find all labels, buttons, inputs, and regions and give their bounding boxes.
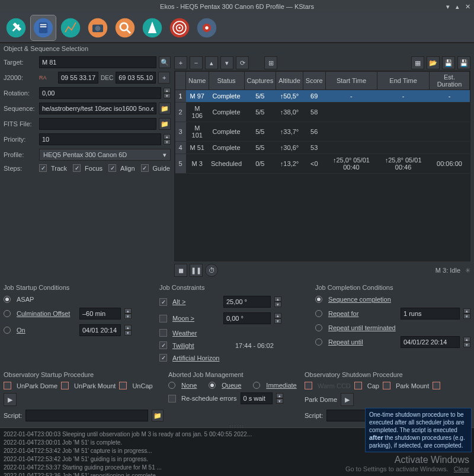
on-radio[interactable]	[4, 327, 11, 334]
save-button[interactable]: 💾	[442, 56, 455, 69]
abort-none-radio[interactable]	[168, 382, 175, 389]
repeat-until-radio[interactable]	[315, 338, 322, 346]
align-checkbox[interactable]	[108, 164, 116, 172]
repeat-terminated-radio[interactable]	[315, 324, 322, 331]
repeat-for-input[interactable]	[401, 308, 460, 320]
svg-rect-4	[40, 26, 47, 27]
weather-checkbox[interactable]	[159, 329, 167, 337]
alt-input[interactable]	[223, 296, 271, 308]
sequence-label: Sequence:	[4, 105, 37, 112]
park-mount-checkbox[interactable]	[383, 382, 390, 389]
left-form: Target: 🔍 J2000: RA DEC + Rotation: ▴▾ S…	[4, 56, 171, 279]
mount-tab-icon[interactable]	[194, 15, 219, 40]
table-header[interactable]: Altitude	[276, 72, 303, 90]
startup-script-input[interactable]	[25, 410, 148, 421]
abort-queue-radio[interactable]	[209, 382, 216, 389]
setup-tab-icon[interactable]	[4, 15, 28, 40]
rotation-up[interactable]: ▴	[164, 88, 171, 93]
seq-completion-radio[interactable]	[315, 296, 322, 303]
evaluate-button[interactable]: ⊞	[264, 56, 277, 69]
table-row[interactable]: 2M 106Complete5/5↑38,0°58	[175, 103, 470, 122]
job-completion-conditions: Job Completion Conditions Sequence compl…	[315, 284, 470, 366]
cap-checkbox[interactable]	[354, 382, 362, 389]
maximize-icon[interactable]: ▴	[456, 3, 459, 11]
park-dome-checkbox[interactable]	[433, 382, 440, 389]
table-header[interactable]: Captures	[244, 72, 276, 90]
table-header[interactable]: Start Time	[325, 72, 377, 90]
moon-input[interactable]	[223, 312, 271, 324]
wait-input[interactable]	[241, 392, 273, 404]
shutdown-play-button[interactable]: ▶	[341, 393, 354, 406]
dec-input[interactable]	[116, 72, 156, 84]
startup-play-button[interactable]: ▶	[4, 393, 17, 406]
profile-select[interactable]: HEQ5 Pentax 300 Canon 6D▾	[39, 149, 171, 161]
table-header[interactable]: Score	[303, 72, 325, 90]
table-header[interactable]	[175, 72, 186, 90]
repeat-for-radio[interactable]	[315, 310, 322, 317]
pause-button[interactable]: ❚❚	[190, 264, 203, 277]
unpark-mount-checkbox[interactable]	[61, 382, 69, 389]
priority-up[interactable]: ▴	[164, 134, 171, 139]
horizon-checkbox[interactable]	[159, 354, 167, 362]
table-row[interactable]: 5M 3Scheduled0/5↑13,2°<0↑25,0° 05/01 00:…	[175, 154, 470, 174]
timer-button[interactable]: ⏱	[205, 264, 218, 277]
move-up-button[interactable]: ▴	[205, 56, 218, 69]
search-target-button[interactable]: 🔍	[159, 56, 171, 68]
priority-input[interactable]	[39, 133, 161, 145]
table-header[interactable]: Est. Duration	[429, 72, 469, 90]
guide-checkbox[interactable]	[141, 164, 149, 172]
stop-button[interactable]: ◼	[174, 264, 187, 277]
shutdown-tooltip: One-time shutdown procedure to be execut…	[365, 408, 472, 452]
target-input[interactable]	[39, 56, 156, 68]
table-header[interactable]: End Time	[377, 72, 430, 90]
twilight-checkbox[interactable]	[159, 341, 167, 349]
add-coords-button[interactable]: +	[158, 72, 170, 84]
table-row[interactable]: 1M 97Complete5/5↑50,5°69---	[175, 90, 470, 103]
capture-tab-icon[interactable]	[85, 15, 110, 40]
ra-input[interactable]	[58, 72, 98, 84]
table-header[interactable]: Name	[186, 72, 209, 90]
track-checkbox[interactable]	[39, 164, 47, 172]
align-tab-icon[interactable]	[140, 15, 165, 40]
focus-tab-icon[interactable]	[113, 15, 137, 40]
saveas-button[interactable]: 💾	[457, 56, 470, 69]
steps-label: Steps:	[4, 165, 37, 172]
asap-radio[interactable]	[4, 296, 11, 303]
sequence-browse-button[interactable]: 📁	[159, 103, 171, 114]
move-down-button[interactable]: ▾	[220, 56, 233, 69]
priority-down[interactable]: ▾	[164, 139, 171, 145]
sequence-input[interactable]	[39, 103, 156, 114]
fits-browse-button[interactable]: 📁	[159, 118, 171, 130]
close-icon[interactable]: ✕	[465, 3, 470, 11]
fits-input[interactable]	[39, 118, 156, 130]
focus-checkbox[interactable]	[73, 164, 81, 172]
scheduler-tab-icon[interactable]	[31, 15, 56, 40]
culmination-radio[interactable]	[4, 310, 11, 317]
abort-immediate-radio[interactable]	[253, 382, 260, 389]
repeat-until-input[interactable]	[401, 336, 460, 348]
guide-tab-icon[interactable]	[167, 15, 192, 40]
analyze-tab-icon[interactable]	[58, 15, 83, 40]
rotation-input[interactable]	[39, 87, 161, 99]
window-title: Ekos - HEQ5 Pentax 300 Canon 6D Profile …	[160, 3, 314, 10]
culmination-input[interactable]	[79, 308, 121, 320]
rotation-down[interactable]: ▾	[164, 93, 171, 98]
moon-checkbox[interactable]	[159, 315, 167, 322]
job-table[interactable]: NameStatusCapturesAltitudeScoreStart Tim…	[175, 71, 470, 174]
open-button[interactable]: 📂	[427, 56, 440, 69]
reschedule-checkbox[interactable]	[168, 395, 176, 402]
table-row[interactable]: 3M 101Complete5/5↑33,7°56	[175, 122, 470, 142]
remove-job-button[interactable]: −	[190, 56, 203, 69]
mosaic-button[interactable]: ▦	[411, 56, 424, 69]
minimize-icon[interactable]: ▾	[446, 3, 450, 11]
warm-ccd-checkbox[interactable]	[305, 382, 312, 389]
table-row[interactable]: 4M 51Complete5/5↑30,6°53	[175, 142, 470, 154]
on-input[interactable]	[79, 324, 121, 336]
uncap-checkbox[interactable]	[119, 382, 127, 389]
startup-script-browse[interactable]: 📁	[152, 410, 164, 421]
unpark-dome-checkbox[interactable]	[4, 382, 11, 389]
alt-checkbox[interactable]	[159, 298, 167, 306]
add-job-button[interactable]: +	[174, 56, 187, 69]
refresh-button[interactable]: ⟳	[236, 56, 249, 69]
table-header[interactable]: Status	[209, 72, 244, 90]
